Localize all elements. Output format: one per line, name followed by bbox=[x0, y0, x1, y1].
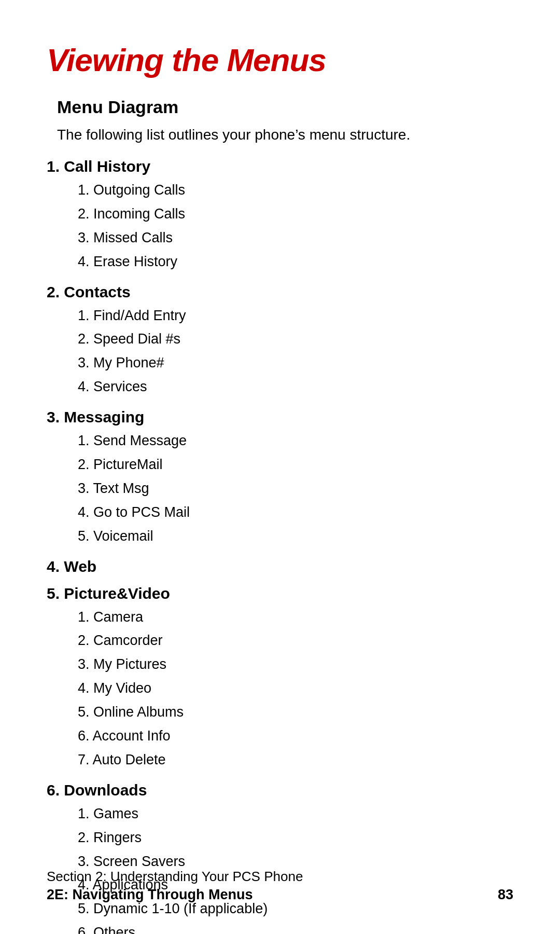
menu-section-5: 5. Picture&Video1. Camera2. Camcorder3. … bbox=[47, 585, 513, 772]
menu-section-4: 4. Web bbox=[47, 558, 513, 575]
page-container: Viewing the Menus Menu Diagram The follo… bbox=[0, 0, 560, 934]
menu-items-2: 1. Find/Add Entry2. Speed Dial #s3. My P… bbox=[47, 304, 513, 400]
menu-items-1: 1. Outgoing Calls2. Incoming Calls3. Mis… bbox=[47, 178, 513, 274]
page-title: Viewing the Menus bbox=[47, 42, 513, 78]
list-item: 4. My Video bbox=[78, 677, 513, 700]
menu-section-2: 2. Contacts1. Find/Add Entry2. Speed Dia… bbox=[47, 283, 513, 400]
menu-header-5: 5. Picture&Video bbox=[47, 585, 513, 602]
list-item: 1. Send Message bbox=[78, 429, 513, 453]
list-item: 7. Auto Delete bbox=[78, 748, 513, 772]
list-item: 3. My Phone# bbox=[78, 351, 513, 375]
list-item: 3. Text Msg bbox=[78, 477, 513, 501]
menu-header-6: 6. Downloads bbox=[47, 781, 513, 799]
footer-page-number: 83 bbox=[498, 887, 513, 903]
list-item: 3. My Pictures bbox=[78, 653, 513, 677]
menu-section-3: 3. Messaging1. Send Message2. PictureMai… bbox=[47, 408, 513, 548]
list-item: 1. Camera bbox=[78, 606, 513, 629]
section-title: Menu Diagram bbox=[47, 97, 513, 117]
list-item: 6. Others bbox=[78, 921, 513, 934]
list-item: 4. Erase History bbox=[78, 250, 513, 274]
list-item: 2. Incoming Calls bbox=[78, 202, 513, 226]
list-item: 2. PictureMail bbox=[78, 453, 513, 477]
menu-items-3: 1. Send Message2. PictureMail3. Text Msg… bbox=[47, 429, 513, 548]
menu-header-2: 2. Contacts bbox=[47, 283, 513, 301]
list-item: 2. Camcorder bbox=[78, 629, 513, 653]
list-item: 1. Find/Add Entry bbox=[78, 304, 513, 328]
menu-header-1: 1. Call History bbox=[47, 158, 513, 175]
list-item: 4. Go to PCS Mail bbox=[78, 501, 513, 525]
footer-nav-row: 2E: Navigating Through Menus 83 bbox=[47, 887, 513, 903]
footer-section-label: Section 2: Understanding Your PCS Phone bbox=[47, 869, 513, 885]
menu-section-6: 6. Downloads1. Games2. Ringers3. Screen … bbox=[47, 781, 513, 934]
list-item: 1. Games bbox=[78, 802, 513, 826]
list-item: 5. Voicemail bbox=[78, 525, 513, 548]
list-item: 5. Online Albums bbox=[78, 700, 513, 724]
list-item: 2. Ringers bbox=[78, 826, 513, 850]
intro-text: The following list outlines your phone’s… bbox=[47, 127, 513, 143]
menu-items-6: 1. Games2. Ringers3. Screen Savers4. App… bbox=[47, 802, 513, 934]
list-item: 4. Services bbox=[78, 375, 513, 399]
footer-nav-label: 2E: Navigating Through Menus bbox=[47, 887, 253, 903]
menu-header-3: 3. Messaging bbox=[47, 408, 513, 426]
menu-items-5: 1. Camera2. Camcorder3. My Pictures4. My… bbox=[47, 606, 513, 772]
menus-container: 1. Call History1. Outgoing Calls2. Incom… bbox=[47, 158, 513, 934]
list-item: 6. Account Info bbox=[78, 724, 513, 748]
page-footer: Section 2: Understanding Your PCS Phone … bbox=[47, 869, 513, 903]
list-item: 1. Outgoing Calls bbox=[78, 178, 513, 202]
menu-section-1: 1. Call History1. Outgoing Calls2. Incom… bbox=[47, 158, 513, 274]
menu-header-4: 4. Web bbox=[47, 558, 513, 575]
list-item: 2. Speed Dial #s bbox=[78, 327, 513, 351]
list-item: 3. Missed Calls bbox=[78, 226, 513, 250]
